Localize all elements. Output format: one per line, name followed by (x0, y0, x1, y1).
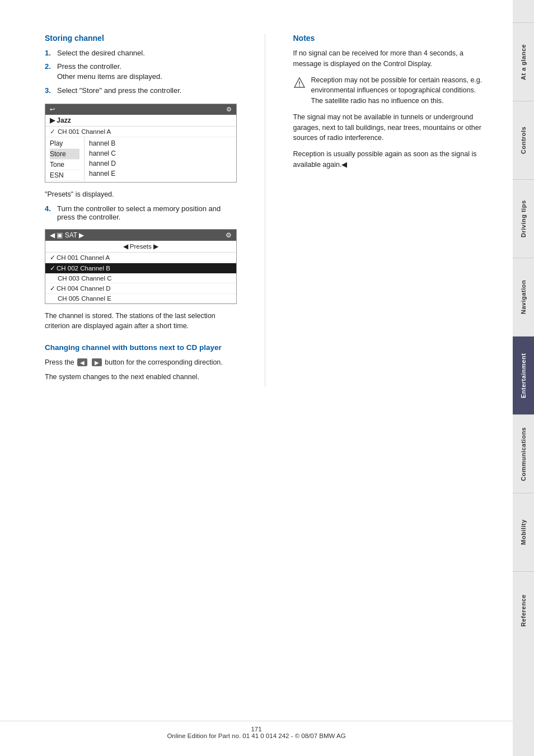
edition-text: Online Edition for Part no. 01 41 0 014 … (0, 732, 513, 739)
sidebar: At a glance Controls Driving tips Naviga… (513, 0, 534, 756)
left-nav-button: ◀ (77, 358, 87, 366)
sat-header-text: ◀ ▣ SAT ▶ (50, 231, 84, 239)
ch001-sat-row: CH 001 Channel A (45, 253, 236, 263)
sat-menu-screenshot: ◀ ▣ SAT ▶ ⚙ ◀ Presets ▶ CH 001 Channel A… (45, 229, 237, 304)
press-btn-text: Press the ◀ ▶ button for the correspondi… (45, 357, 237, 368)
ch003-sat-row: CH 003 Channel C (45, 274, 236, 283)
triangle-icon (293, 75, 306, 106)
menu-inner: Play Store Tone ESN hannel B hannel C ha… (45, 137, 236, 182)
tone-item: Tone (50, 160, 79, 170)
menu-right-col: hannel B hannel C hannel D hannel E (85, 137, 120, 182)
step-2: 2. Press the controller.Other menu items… (45, 62, 237, 82)
channel-e-item: hannel E (89, 169, 116, 179)
right-column: Notes If no signal can be received for m… (293, 34, 485, 387)
step-1: 1. Select the desired channel. (45, 48, 237, 58)
sat-settings-icon: ⚙ (226, 231, 232, 239)
step-3-text: Select "Store" and press the controller. (57, 86, 181, 96)
step-3-num: 3. (45, 86, 54, 96)
notes-para3: Reception is usually possible again as s… (293, 149, 485, 170)
step-4: 4. Turn the controller to select a memor… (45, 204, 237, 221)
right-nav-button: ▶ (92, 358, 102, 366)
storing-channel-heading: Storing channel (45, 34, 237, 43)
menu-header-1: ↩ ⚙ (45, 104, 236, 115)
notes-heading: Notes (293, 34, 485, 43)
sidebar-tab-navigation[interactable]: Navigation (513, 258, 534, 336)
ch001-row: ✓ CH 001 Channel A (45, 127, 236, 137)
changing-channel-heading: Changing channel with buttons next to CD… (45, 343, 237, 353)
next-channel-text: The system changes to the next enabled c… (45, 372, 237, 382)
steps-list: 1. Select the desired channel. 2. Press … (45, 48, 237, 96)
ch005-sat-row: CH 005 Channel E (45, 294, 236, 304)
settings-icon: ⚙ (226, 106, 232, 113)
column-divider (265, 34, 265, 387)
notes-para2: The signal may not be available in tunne… (293, 112, 485, 143)
sidebar-tab-entertainment[interactable]: Entertainment (513, 336, 534, 414)
check-mark-ch001: ✓ (50, 128, 55, 136)
jazz-row: ▶ Jazz (45, 115, 236, 127)
presets-displayed-text: "Presets" is displayed. (45, 189, 237, 200)
page-number: 171 (0, 726, 513, 732)
step-4-num: 4. (45, 204, 54, 221)
sat-header: ◀ ▣ SAT ▶ ⚙ (45, 230, 236, 241)
note-icon-text: Reception may not be possible for certai… (311, 75, 485, 106)
channel-d-item: hannel D (89, 158, 116, 169)
channel-c-item: hannel C (89, 148, 116, 158)
step-1-num: 1. (45, 48, 54, 58)
sidebar-tab-mobility[interactable]: Mobility (513, 493, 534, 571)
sidebar-tab-at-a-glance[interactable]: At a glance (513, 22, 534, 101)
esn-item: ESN (50, 170, 79, 181)
ch001-label: CH 001 Channel A (58, 128, 111, 135)
footer: 171 Online Edition for Part no. 01 41 0 … (0, 721, 513, 739)
sidebar-tab-reference[interactable]: Reference (513, 571, 534, 650)
step-1-text: Select the desired channel. (57, 48, 145, 58)
step-4-container: 4. Turn the controller to select a memor… (45, 204, 237, 221)
step-4-text: Turn the controller to select a memory p… (57, 204, 237, 221)
step-2-text: Press the controller.Other menu items ar… (57, 62, 162, 82)
channel-b-item: hannel B (89, 138, 116, 148)
left-column: Storing channel 1. Select the desired ch… (45, 34, 237, 387)
note-icon-row: Reception may not be possible for certai… (293, 75, 485, 106)
menu-left-col: Play Store Tone ESN (45, 137, 85, 182)
sidebar-tab-driving-tips[interactable]: Driving tips (513, 179, 534, 258)
stored-text: The channel is stored. The stations of t… (45, 311, 237, 332)
main-content: Storing channel 1. Select the desired ch… (0, 0, 513, 728)
ch002-sat-row: CH 002 Channel B (45, 263, 236, 274)
step-2-num: 2. (45, 62, 54, 82)
menu-screenshot-1: ↩ ⚙ ▶ Jazz ✓ CH 001 Channel A Play Store… (45, 104, 237, 183)
play-item: Play (50, 138, 79, 149)
step-3: 3. Select "Store" and press the controll… (45, 86, 237, 96)
ch004-sat-row: CH 004 Channel D (45, 283, 236, 294)
svg-point-2 (299, 85, 300, 86)
sat-presets-row: ◀ Presets ▶ (45, 241, 236, 253)
sidebar-tab-communications[interactable]: Communications (513, 414, 534, 493)
store-item: Store (50, 149, 79, 160)
sidebar-tab-controls[interactable]: Controls (513, 101, 534, 179)
back-icon: ↩ (50, 106, 55, 113)
notes-para1: If no signal can be received for more th… (293, 48, 485, 69)
